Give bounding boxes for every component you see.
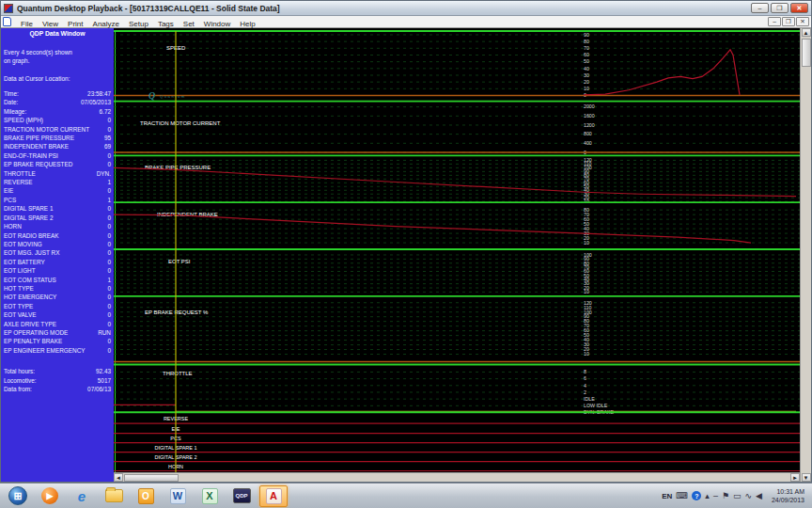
show-hidden-icons[interactable]: ▴ xyxy=(705,491,710,500)
panel-row-label: INDEPENDENT BRAKE xyxy=(4,142,69,151)
scroll-up-arrow[interactable]: ▲ xyxy=(802,28,811,37)
chart-plot-area[interactable]: 9080706050403020100SPEED2000160012008004… xyxy=(114,28,800,472)
language-indicator[interactable]: EN xyxy=(662,492,672,500)
app-icon xyxy=(4,4,13,13)
cursor-location-heading: Data at Cursor Location: xyxy=(4,75,111,82)
tick-label: 4 xyxy=(584,383,586,389)
tick-label: 10 xyxy=(584,198,589,204)
scroll-left-arrow[interactable]: ◄ xyxy=(114,473,123,482)
tick-label: 10 xyxy=(584,289,589,294)
taskbar-icon-word[interactable]: W xyxy=(164,485,192,507)
panel-row-label: Mileage: xyxy=(4,107,26,116)
menu-item-analyze[interactable]: Analyze xyxy=(88,20,124,28)
panel-row-value: 69 xyxy=(104,142,111,151)
outlook-icon: O xyxy=(138,488,154,504)
taskbar-icon-acrobat[interactable]: A xyxy=(259,485,288,507)
panel-row-value: 0 xyxy=(107,346,111,355)
minimize-button[interactable]: – xyxy=(751,3,769,13)
panel-row-value: 0 xyxy=(107,320,111,328)
taskbar-clock[interactable]: 10:31 AM 24/09/2013 xyxy=(766,487,804,504)
taskbar-icon-start-button[interactable]: ⊞ xyxy=(4,485,32,507)
panel-row-value: 0 xyxy=(107,125,111,134)
vertical-scrollbar[interactable]: ▲ ▼ xyxy=(800,28,811,482)
panel-row: INDEPENDENT BRAKE69 xyxy=(4,142,111,151)
panel-row-value: 0 xyxy=(107,240,111,248)
panel-row: EOT MOVING0 xyxy=(4,240,111,248)
panel-row-label: EOT BATTERY xyxy=(4,258,45,266)
menu-item-view[interactable]: View xyxy=(38,20,63,28)
monitor-icon[interactable]: ▭ xyxy=(733,491,742,500)
section-label: THROTTLE xyxy=(163,371,193,376)
panel-row: EOT VALVE0 xyxy=(4,310,111,319)
speaker-icon[interactable]: ◀ xyxy=(756,491,762,500)
separator-dash[interactable]: – xyxy=(713,491,718,500)
taskbar-icon-excel[interactable]: X xyxy=(195,485,224,507)
panel-row: EOT MSG. JUST RX0 xyxy=(4,248,111,257)
taskbar-icon-windows-explorer[interactable] xyxy=(100,485,128,507)
panel-row: EP BRAKE REQUESTED0 xyxy=(4,160,111,168)
menu-item-tags[interactable]: Tags xyxy=(153,20,179,28)
menu-item-window[interactable]: Window xyxy=(199,20,235,28)
flag-icon[interactable]: ⚑ xyxy=(722,491,729,500)
tick-label: 20 xyxy=(584,79,589,85)
taskbar-icon-outlook[interactable]: O xyxy=(132,485,160,507)
panel-row-value: 0 xyxy=(107,266,111,275)
vertical-scroll-thumb[interactable] xyxy=(802,39,811,67)
panel-row-label: THROTTLE xyxy=(4,169,36,178)
document-icon[interactable] xyxy=(3,17,11,26)
window-title: Quantum Desktop Playback - [50171319CALL… xyxy=(17,4,751,13)
panel-row-label: Data from: xyxy=(4,385,32,393)
taskbar-icon-media-player[interactable]: ▶ xyxy=(36,485,64,507)
panel-row-value: 0 xyxy=(107,293,111,301)
tick-label: 1600 xyxy=(584,113,595,119)
panel-row-label: EOT COM STATUS xyxy=(4,276,56,284)
taskbar-icon-qdp-playback[interactable]: QDP xyxy=(227,485,256,507)
tick-label: 2 xyxy=(584,389,586,395)
tick-label: 6 xyxy=(584,375,586,381)
tick-label: 10 xyxy=(584,240,589,246)
network-icon[interactable]: ∿ xyxy=(744,491,752,500)
scroll-down-arrow[interactable]: ▼ xyxy=(802,473,811,482)
section-label: EOT PSI xyxy=(168,259,191,264)
panel-title: QDP Data Window xyxy=(4,28,111,40)
panel-row-value: 0 xyxy=(107,151,111,160)
panel-row: Total hours:92.43 xyxy=(4,367,111,375)
scroll-right-arrow[interactable]: ► xyxy=(790,473,800,482)
mdi-minimize-button[interactable]: – xyxy=(768,17,781,26)
menu-item-print[interactable]: Print xyxy=(63,20,87,28)
clock-time: 10:31 AM xyxy=(772,487,804,496)
horizontal-scrollbar[interactable]: ◄ ► xyxy=(114,472,800,482)
maximize-button[interactable]: ❐ xyxy=(771,3,789,13)
panel-row-value: 0 xyxy=(107,284,111,293)
panel-row: EOT COM STATUS1 xyxy=(4,276,111,284)
mdi-restore-button[interactable]: ❐ xyxy=(782,17,795,26)
panel-row-label: DIGITAL SPARE 2 xyxy=(4,214,53,222)
panel-row: THROTTLEDYN. xyxy=(4,169,111,178)
menu-item-help[interactable]: Help xyxy=(235,20,259,28)
panel-row: PCS1 xyxy=(4,196,111,204)
menu-item-set[interactable]: Set xyxy=(179,20,199,28)
tick-label: 90 xyxy=(584,32,589,38)
panel-row: END-OF-TRAIN PSI0 xyxy=(4,151,111,160)
help-icon[interactable]: ? xyxy=(692,491,701,500)
panel-row-label: EOT VALVE xyxy=(4,310,36,319)
qdp-data-window-panel: QDP Data Window Every 4 second(s) shown … xyxy=(1,28,114,482)
panel-row-label: Total hours: xyxy=(4,367,35,375)
close-button[interactable]: ✕ xyxy=(790,3,808,13)
menu-item-file[interactable]: File xyxy=(16,20,38,28)
qdp-playback-icon: QDP xyxy=(233,488,251,503)
system-tray: EN ⌨?▴–⚑▭∿◀ 10:31 AM 24/09/2013 xyxy=(662,487,808,504)
panel-row-label: PCS xyxy=(4,196,16,204)
taskbar-icon-internet-explorer[interactable]: e xyxy=(68,485,96,507)
panel-row-value: 1 xyxy=(107,196,111,204)
panel-row: EIE0 xyxy=(4,186,111,195)
panel-row-label: AXLE DRIVE TYPE xyxy=(4,320,56,328)
panel-row-value: 0 xyxy=(107,231,111,240)
menu-item-setup[interactable]: Setup xyxy=(124,20,153,28)
keyboard-icon[interactable]: ⌨ xyxy=(676,491,688,500)
mdi-close-button[interactable]: ✕ xyxy=(796,17,809,26)
panel-row-label: Time: xyxy=(4,89,19,98)
panel-row-value: 23:58:47 xyxy=(87,89,111,98)
horizontal-scroll-thumb[interactable] xyxy=(124,474,179,482)
panel-row: Data from:07/06/13 xyxy=(4,385,111,393)
